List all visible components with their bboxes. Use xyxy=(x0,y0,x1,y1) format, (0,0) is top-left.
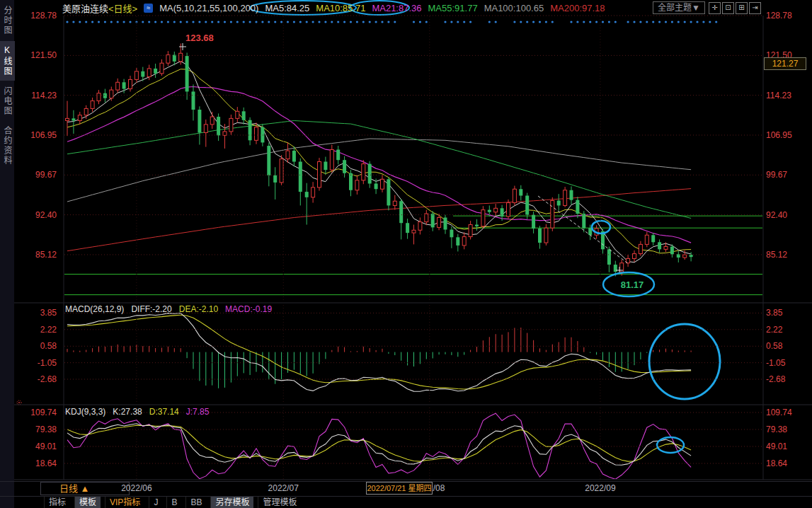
sidebar-item-0[interactable]: 分时图 xyxy=(0,1,15,40)
y-axis-label: 121.50 xyxy=(13,50,57,60)
y-axis-label: 79.38 xyxy=(13,425,57,434)
y-axis-label: 2.22 xyxy=(766,325,811,335)
signal-dot xyxy=(236,21,239,23)
signal-dot xyxy=(375,21,377,23)
ma-legend-value: MA10:85.71 xyxy=(316,3,365,13)
signal-dot xyxy=(331,21,333,23)
signal-dot xyxy=(142,21,144,23)
signal-dot xyxy=(469,21,471,23)
bottom-tab-4[interactable]: B xyxy=(166,497,181,508)
y-axis-label: 49.01 xyxy=(13,441,57,451)
signal-dot xyxy=(230,21,232,23)
y-axis-label: 99.67 xyxy=(13,170,57,180)
y-axis-label: -1.05 xyxy=(766,358,811,368)
signal-dot xyxy=(369,21,371,23)
signal-dot xyxy=(387,21,389,23)
period-selector[interactable]: 日线 ▲ xyxy=(40,482,130,495)
ma-settings-label[interactable]: MA(5,10,21,55,100,200) xyxy=(159,3,258,13)
signal-dot xyxy=(413,21,415,23)
macd-params-label: MACD(26,12,9) xyxy=(65,304,124,314)
signal-dot xyxy=(198,21,200,23)
sidebar-item-3[interactable]: 合约资料 xyxy=(0,122,15,170)
signal-dot xyxy=(696,21,698,23)
bottom-tab-6[interactable]: 另存模板 xyxy=(210,497,253,508)
signal-dot xyxy=(173,21,176,23)
macd-header[interactable]: MACD(26,12,9) DIFF:-2.20 DEA:-2.10 MACD:… xyxy=(65,304,272,314)
signal-dot xyxy=(98,21,100,23)
signal-dot xyxy=(186,21,188,23)
signal-dot xyxy=(350,21,352,23)
signal-dot xyxy=(268,21,270,23)
y-axis-label: 79.38 xyxy=(766,425,811,434)
signal-dot xyxy=(633,21,635,23)
signal-dot xyxy=(463,21,465,23)
chart-application-window: 分时图K线图闪电图合约资料 美原油连续<日线> ≈ MA(5,10,21,55,… xyxy=(0,0,812,508)
signal-dot xyxy=(324,21,326,23)
signal-dot xyxy=(72,21,74,23)
macd-dea-value: DEA:-2.10 xyxy=(179,304,218,314)
signal-dot xyxy=(488,21,491,23)
x-axis-month-label: 2022/06 xyxy=(121,483,151,493)
signal-dot xyxy=(123,21,125,23)
chart-canvas[interactable]: 123.6881.17 xyxy=(0,0,812,508)
signal-dot xyxy=(570,21,572,23)
signal-dot xyxy=(419,21,421,23)
y-axis-label: 18.64 xyxy=(13,458,57,468)
signal-dot xyxy=(129,21,131,23)
signal-dot xyxy=(671,21,673,23)
y-axis-label: 106.95 xyxy=(766,130,811,140)
signal-dot xyxy=(652,21,654,23)
signal-dot xyxy=(205,21,207,23)
y-axis-label: 2.22 xyxy=(13,325,57,335)
signal-dot xyxy=(318,21,320,23)
bottom-tab-7[interactable]: 管理模板 xyxy=(258,497,301,508)
bottom-tab-5[interactable]: BB xyxy=(185,497,206,508)
signal-dot xyxy=(684,21,686,23)
ma-legend-value: MA200:97.18 xyxy=(550,3,605,13)
zoom-area-icon[interactable]: ⊡ xyxy=(722,2,734,14)
bottom-tab-1[interactable]: 模板 xyxy=(74,497,101,508)
signal-dot xyxy=(224,21,226,23)
exit-right-icon[interactable]: ⇥ xyxy=(749,2,761,14)
signal-dot xyxy=(702,21,704,23)
ma-legend-value: MA55:91.77 xyxy=(428,3,478,13)
sidebar-item-1[interactable]: K线图 xyxy=(0,41,15,81)
ma-legend: MA5:84.25MA10:85.71MA21:87.36MA55:91.77M… xyxy=(265,3,605,13)
signal-dot xyxy=(539,21,541,23)
signal-dot xyxy=(495,21,497,23)
sidebar-item-2[interactable]: 闪电图 xyxy=(0,82,15,120)
zoom-reset-icon[interactable]: ⊞ xyxy=(736,2,748,14)
crosshair-icon[interactable]: ✛ xyxy=(709,2,721,14)
symbol-name: 美原油连续 xyxy=(62,4,108,14)
bottom-tab-0[interactable]: 指标 xyxy=(44,497,70,508)
signal-dot xyxy=(110,21,113,23)
signal-dot xyxy=(639,21,641,23)
period-tag: <日线> xyxy=(108,4,137,14)
signal-dot xyxy=(161,21,163,23)
ma-legend-value: MA100:100.65 xyxy=(484,3,544,13)
signal-dot xyxy=(79,21,81,23)
bottom-tab-2[interactable]: VIP指标 xyxy=(105,497,144,508)
drawn-trendline xyxy=(538,196,629,264)
signal-dot xyxy=(690,21,692,23)
chart-header: 美原油连续<日线> ≈ MA(5,10,21,55,100,200) MA5:8… xyxy=(62,1,605,14)
alert-dot-icon xyxy=(18,402,20,403)
y-axis-label: 99.67 xyxy=(766,170,811,180)
signal-dot xyxy=(312,21,314,23)
low-price-label: 81.17 xyxy=(621,279,644,290)
kline-chart-icon: ≈ xyxy=(144,4,153,13)
bottom-tab-3[interactable]: J xyxy=(149,497,162,508)
kdj-header[interactable]: KDJ(9,3,3) K:27.38 D:37.14 J:7.85 xyxy=(65,407,209,417)
signal-dot xyxy=(362,21,365,23)
macd-macd-value: MACD:-0.19 xyxy=(225,304,272,314)
signal-dot xyxy=(589,21,591,23)
crosshair-date-box: 2022/07/21 星期四 xyxy=(366,482,433,495)
macd-diff-value: DIFF:-2.20 xyxy=(131,304,171,314)
y-axis-label: 106.95 xyxy=(13,130,57,140)
signal-dot xyxy=(450,21,452,23)
y-axis-label: 18.64 xyxy=(766,458,811,468)
theme-dropdown-button[interactable]: 全部主题▼ xyxy=(653,1,705,14)
y-axis-label: 114.23 xyxy=(766,91,811,100)
signal-dot xyxy=(457,21,459,23)
kdj-j-value: J:7.85 xyxy=(186,407,210,417)
